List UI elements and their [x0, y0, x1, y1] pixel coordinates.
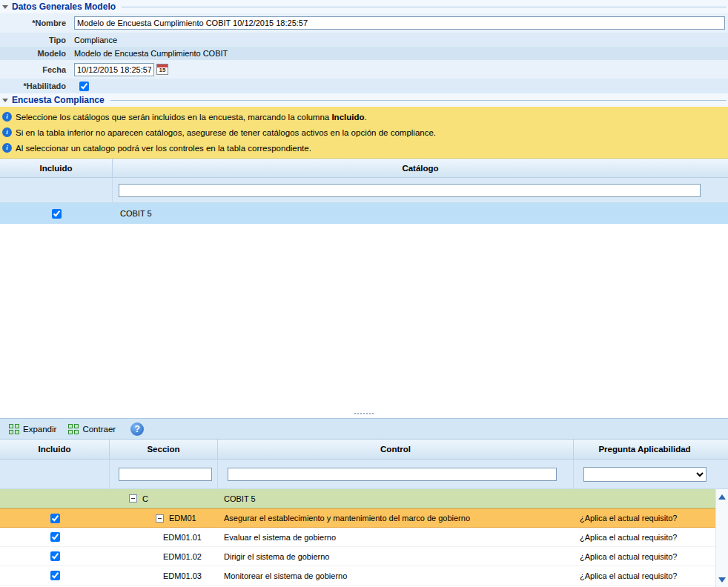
row-incluido-checkbox[interactable] [50, 551, 60, 561]
expand-all-button[interactable]: Expandir [9, 424, 56, 434]
tipo-value: Compliance [74, 36, 117, 44]
control-cell: Asegurar el establecimiento y mantenimie… [218, 514, 574, 523]
calendar-icon[interactable]: 15 [156, 64, 168, 75]
control-filter-pregunta-cell [574, 460, 728, 488]
control-rows: CCOBIT 5EDM01Asegurar el establecimiento… [0, 489, 728, 587]
control-cell: Evaluar el sistema de gobierno [218, 533, 574, 542]
form-row-tipo: Tipo Compliance [0, 33, 728, 47]
notice-text: Al seleccionar un catalogo podrá ver los… [16, 144, 311, 153]
nombre-label: *Nombre [0, 19, 70, 27]
nombre-input[interactable] [74, 16, 725, 30]
control-header-control[interactable]: Control [218, 440, 574, 459]
incluido-cell [0, 551, 110, 561]
seccion-cell: EDM01.01 [110, 533, 218, 542]
notice-line: i Seleccione los catálogos que serán inc… [2, 109, 728, 125]
info-banner: i Seleccione los catálogos que serán inc… [0, 107, 728, 159]
form-row-nombre: *Nombre [0, 13, 728, 33]
catalog-incluido-cell [0, 209, 113, 219]
general-form: *Nombre Tipo Compliance Modelo Modelo de… [0, 13, 728, 93]
pregunta-cell: ¿Aplica el actual requisito? [574, 571, 728, 580]
scroll-up-button[interactable] [717, 491, 728, 503]
seccion-text: EDM01.03 [163, 571, 202, 580]
control-row[interactable]: EDM01Asegurar el establecimiento y mante… [0, 508, 728, 528]
seccion-cell: C [110, 494, 218, 503]
help-button[interactable]: ? [130, 422, 144, 436]
section-title-general: Datos Generales Modelo [12, 1, 116, 12]
catalog-header-catalogo[interactable]: Catálogo [113, 159, 728, 177]
control-filter-input[interactable] [228, 468, 557, 481]
fecha-input[interactable] [74, 63, 154, 76]
vertical-scrollbar[interactable] [715, 489, 728, 587]
incluido-cell [0, 514, 110, 523]
section-rule [110, 100, 727, 101]
pregunta-cell: ¿Aplica el actual requisito? [574, 533, 728, 542]
control-row[interactable]: EDM01.03Monitorear el sistema de gobiern… [0, 566, 728, 586]
pregunta-filter-select[interactable] [583, 467, 707, 482]
fecha-label: Fecha [0, 65, 70, 74]
notice-line: i Al seleccionar un catalogo podrá ver l… [2, 140, 728, 156]
control-table-header: Incluido Seccion Control Pregunta Aplica… [0, 440, 728, 460]
pregunta-cell: ¿Aplica el actual requisito? [574, 514, 728, 523]
seccion-cell: EDM01.02 [110, 552, 218, 561]
control-table: Incluido Seccion Control Pregunta Aplica… [0, 440, 728, 587]
seccion-cell: EDM01.03 [110, 571, 218, 580]
tree-toolbar: Expandir Contraer ? [0, 418, 728, 440]
collapse-label: Contraer [82, 425, 116, 434]
notice-line: i Si en la tabla inferior no aparecen ca… [2, 125, 728, 140]
tree-collapse-icon[interactable] [129, 494, 137, 503]
control-cell: Dirigir el sistema de gobierno [218, 552, 574, 561]
catalog-row[interactable]: COBIT 5 [0, 203, 728, 224]
form-row-habilitado: *Habilitado [0, 79, 728, 93]
seccion-text: EDM01.01 [163, 533, 202, 542]
catalog-filter-incluido-cell [0, 178, 113, 202]
tree-collapse-icon[interactable] [156, 514, 164, 523]
collapse-icon [68, 424, 79, 434]
compliance-survey-model-screen: Datos Generales Modelo *Nombre Tipo Comp… [0, 0, 728, 587]
section-header-encuesta[interactable]: Encuesta Compliance [0, 93, 728, 107]
catalog-table-header: Incluido Catálogo [0, 159, 728, 178]
seccion-text: EDM01 [169, 514, 196, 523]
seccion-filter-input[interactable] [119, 468, 212, 481]
scroll-down-button[interactable] [717, 574, 728, 586]
seccion-cell: EDM01 [110, 514, 218, 523]
control-filter-incluido-cell [0, 460, 110, 488]
catalog-filter-input[interactable] [119, 184, 701, 197]
control-cell: COBIT 5 [218, 494, 574, 503]
control-row[interactable]: EDM01.02Dirigir el sistema de gobierno¿A… [0, 547, 728, 566]
control-filter-seccion-cell [110, 460, 218, 488]
splitter-handle-icon [354, 413, 374, 414]
notice-text: Seleccione los catálogos que serán inclu… [16, 113, 367, 122]
control-header-seccion[interactable]: Seccion [110, 440, 218, 459]
seccion-text: C [142, 494, 148, 503]
catalog-name: COBIT 5 [113, 209, 728, 218]
control-header-pregunta[interactable]: Pregunta Aplicabilidad [574, 440, 728, 459]
seccion-text: EDM01.02 [163, 552, 202, 561]
question-icon: ? [134, 424, 139, 434]
info-icon: i [2, 143, 12, 153]
form-row-modelo: Modelo Modelo de Encuesta Cumplimiento C… [0, 47, 728, 60]
control-group-row[interactable]: CCOBIT 5 [0, 489, 728, 508]
section-title-encuesta: Encuesta Compliance [12, 95, 105, 105]
tipo-label: Tipo [0, 36, 70, 44]
section-header-general[interactable]: Datos Generales Modelo [0, 0, 728, 13]
row-incluido-checkbox[interactable] [50, 571, 60, 580]
control-header-incluido[interactable]: Incluido [0, 440, 110, 459]
chevron-up-icon [718, 494, 726, 500]
catalog-incluido-checkbox[interactable] [52, 209, 62, 219]
collapse-all-button[interactable]: Contraer [68, 424, 116, 434]
catalog-header-incluido[interactable]: Incluido [0, 159, 113, 177]
control-cell: Monitorear el sistema de gobierno [218, 571, 574, 580]
form-row-fecha: Fecha 15 [0, 60, 728, 79]
calendar-icon-day: 15 [157, 67, 168, 74]
catalog-filter-row [0, 178, 728, 203]
control-row[interactable]: EDM01.01Evaluar el sistema de gobierno¿A… [0, 528, 728, 547]
catalog-empty-area [0, 224, 728, 409]
row-incluido-checkbox[interactable] [50, 532, 60, 542]
catalog-filter-catalogo-cell [113, 178, 728, 202]
row-incluido-checkbox[interactable] [50, 514, 60, 523]
habilitado-checkbox[interactable] [79, 82, 89, 91]
chevron-down-icon [718, 577, 726, 583]
splitter[interactable] [0, 409, 728, 418]
modelo-value: Modelo de Encuesta Cumplimiento COBIT [74, 49, 228, 58]
pregunta-cell: ¿Aplica el actual requisito? [574, 552, 728, 561]
